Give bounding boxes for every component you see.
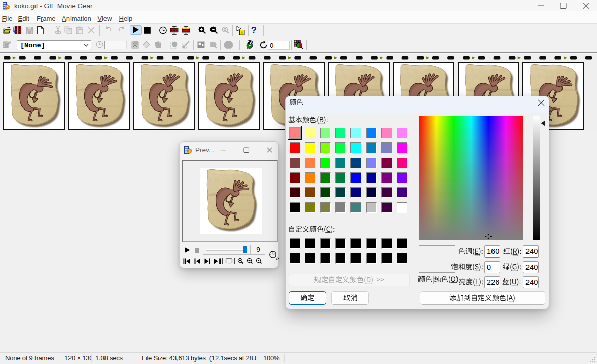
svg-text:?: ?: [251, 25, 257, 35]
